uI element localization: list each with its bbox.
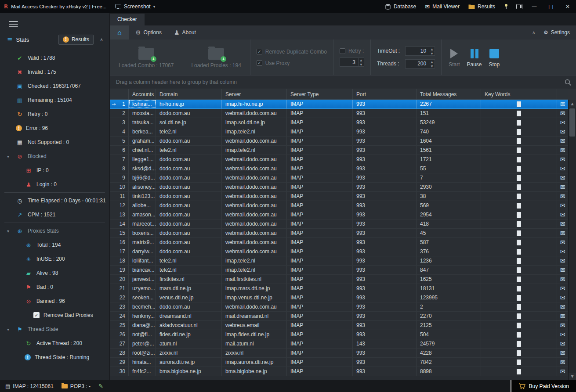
- cell-server-type[interactable]: IMAP: [287, 247, 353, 256]
- cell-port[interactable]: 993: [353, 183, 417, 191]
- table-row[interactable]: →17 darrylw... dodo.com.au webmail.dodo.…: [110, 247, 568, 256]
- cell-domain[interactable]: venus.dti.ne.jp: [156, 293, 222, 302]
- cell-accounts[interactable]: becmeh...: [129, 302, 156, 311]
- cell-mail[interactable]: ✉: [557, 330, 568, 339]
- document-icon[interactable]: [517, 267, 521, 273]
- cell-key-words[interactable]: [481, 247, 557, 256]
- timeout-spinner[interactable]: 10 ▲▼: [405, 47, 435, 56]
- cell-server[interactable]: imap.sol.dti.ne.jp: [222, 118, 287, 127]
- tab-options[interactable]: ⚙ Options: [129, 25, 168, 40]
- cell-total-messages[interactable]: 24579: [417, 339, 481, 348]
- cell-server-type[interactable]: IMAP: [287, 330, 353, 339]
- cell-server[interactable]: webreus.email: [222, 321, 287, 330]
- cell-accounts[interactable]: mcosta...: [129, 109, 156, 118]
- cell-server[interactable]: webmail.dodo.com.au: [222, 173, 287, 182]
- mail-icon[interactable]: ✉: [560, 359, 565, 366]
- table-row[interactable]: →13 amason... dodo.com.au webmail.dodo.c…: [110, 210, 568, 219]
- table-row[interactable]: →30 fn4fc2... bma.biglobe.ne.jp bma.bigl…: [110, 367, 568, 376]
- cell-domain[interactable]: dodo.com.au: [156, 137, 222, 145]
- document-icon[interactable]: [517, 249, 521, 255]
- cell-accounts[interactable]: alisoney...: [129, 183, 156, 191]
- cell-port[interactable]: 993: [353, 219, 417, 228]
- table-row[interactable]: →10 alisoney... dodo.com.au webmail.dodo…: [110, 183, 568, 192]
- mail-icon[interactable]: ✉: [560, 147, 565, 154]
- table-row[interactable]: →4 berkea... tele2.nl imap.tele2.nl IMAP…: [110, 127, 568, 137]
- mail-icon[interactable]: ✉: [560, 183, 565, 191]
- cell-server[interactable]: imap.mars.dti.ne.jp: [222, 284, 287, 293]
- cell-server[interactable]: imap.aurora.dti.ne.jp: [222, 358, 287, 367]
- cell-domain[interactable]: bma.biglobe.ne.jp: [156, 367, 222, 376]
- document-icon[interactable]: [517, 221, 521, 227]
- table-row[interactable]: →11 tinki123... dodo.com.au webmail.dodo…: [110, 192, 568, 201]
- table-row[interactable]: →8 sksd@d... dodo.com.au webmail.dodo.co…: [110, 164, 568, 173]
- document-icon[interactable]: [517, 360, 521, 365]
- buy-paid-version-button[interactable]: Buy Paid Version: [511, 380, 576, 392]
- cell-mail[interactable]: ✉: [557, 293, 568, 302]
- column-header-accounts[interactable]: Accounts: [129, 89, 156, 99]
- mail-icon[interactable]: ✉: [560, 313, 565, 320]
- document-icon[interactable]: [517, 212, 521, 218]
- spinner-buttons[interactable]: ▲▼: [429, 60, 435, 68]
- cell-domain[interactable]: dodo.com.au: [156, 183, 222, 191]
- cell-port[interactable]: 993: [353, 127, 417, 136]
- cell-domain[interactable]: tele2.nl: [156, 127, 222, 136]
- cell-domain[interactable]: dodo.com.au: [156, 164, 222, 173]
- cell-port[interactable]: 993: [353, 293, 417, 302]
- cell-mail[interactable]: ✉: [557, 367, 568, 376]
- collapse-sidebar-icon[interactable]: ∧: [100, 37, 103, 43]
- column-header-server[interactable]: Server: [222, 89, 287, 99]
- retry-checkbox[interactable]: Retry :: [340, 48, 364, 54]
- cell-server-type[interactable]: IMAP: [287, 256, 353, 265]
- cell-key-words[interactable]: [481, 146, 557, 155]
- cell-total-messages[interactable]: 55: [417, 164, 481, 173]
- document-icon[interactable]: [517, 120, 521, 126]
- document-icon[interactable]: [517, 147, 521, 153]
- document-icon[interactable]: [517, 286, 521, 291]
- cell-port[interactable]: 993: [353, 155, 417, 164]
- cell-server-type[interactable]: IMAP: [287, 201, 353, 210]
- sidebar-item[interactable]: ▾ ↻ Active Thread : 200: [0, 336, 109, 350]
- document-icon[interactable]: [517, 230, 521, 236]
- cell-domain[interactable]: dodo.com.au: [156, 210, 222, 219]
- cell-server[interactable]: webmail.dodo.com.au: [222, 247, 287, 256]
- pause-button[interactable]: Pause: [467, 47, 482, 68]
- mail-icon[interactable]: ✉: [560, 294, 565, 301]
- cell-accounts[interactable]: berkea...: [129, 127, 156, 136]
- cell-key-words[interactable]: [481, 164, 557, 173]
- cell-total-messages[interactable]: 151: [417, 109, 481, 118]
- cell-key-words[interactable]: [481, 137, 557, 145]
- cell-key-words[interactable]: [481, 155, 557, 164]
- mail-icon[interactable]: ✉: [560, 220, 565, 227]
- cell-domain[interactable]: dodo.com.au: [156, 155, 222, 164]
- cell-domain[interactable]: tele2.nl: [156, 266, 222, 274]
- table-row[interactable]: →2 mcosta... dodo.com.au webmail.dodo.co…: [110, 109, 568, 118]
- document-icon[interactable]: [517, 313, 521, 319]
- cell-key-words[interactable]: [481, 192, 557, 201]
- mail-icon[interactable]: ✉: [560, 174, 565, 181]
- cell-server[interactable]: imap.tele2.nl: [222, 256, 287, 265]
- sidebar-item[interactable]: ▾ ⊕ Proxies Stats: [0, 224, 109, 238]
- cell-port[interactable]: 993: [353, 192, 417, 201]
- document-icon[interactable]: [517, 277, 521, 282]
- cell-key-words[interactable]: [481, 339, 557, 348]
- remove-bad-proxies-checkbox[interactable]: ▾ ✓ Remove Bad Proxies: [0, 308, 109, 322]
- cell-total-messages[interactable]: 18131: [417, 284, 481, 293]
- cell-port[interactable]: 993: [353, 266, 417, 274]
- cell-server[interactable]: mail.atum.nl: [222, 339, 287, 348]
- cell-port[interactable]: 993: [353, 118, 417, 127]
- table-row[interactable]: →22 seoken... venus.dti.ne.jp imap.venus…: [110, 293, 568, 302]
- cell-accounts[interactable]: llegge1...: [129, 155, 156, 164]
- cell-accounts[interactable]: matrix9...: [129, 238, 156, 247]
- cell-key-words[interactable]: [481, 238, 557, 247]
- cell-mail[interactable]: ✉: [557, 349, 568, 357]
- threads-spinner[interactable]: 200 ▲▼: [405, 59, 435, 68]
- results-button[interactable]: Results: [464, 0, 500, 13]
- mail-icon[interactable]: ✉: [560, 230, 565, 237]
- mail-icon[interactable]: ✉: [560, 165, 565, 172]
- cell-accounts[interactable]: fn4fc2...: [129, 367, 156, 376]
- document-icon[interactable]: [517, 240, 521, 245]
- column-header-total-messages[interactable]: Total Messages: [417, 89, 481, 99]
- cell-server-type[interactable]: IMAP: [287, 183, 353, 191]
- cell-server[interactable]: imap.tele2.nl: [222, 266, 287, 274]
- cell-server[interactable]: webmail.dodo.com.au: [222, 210, 287, 219]
